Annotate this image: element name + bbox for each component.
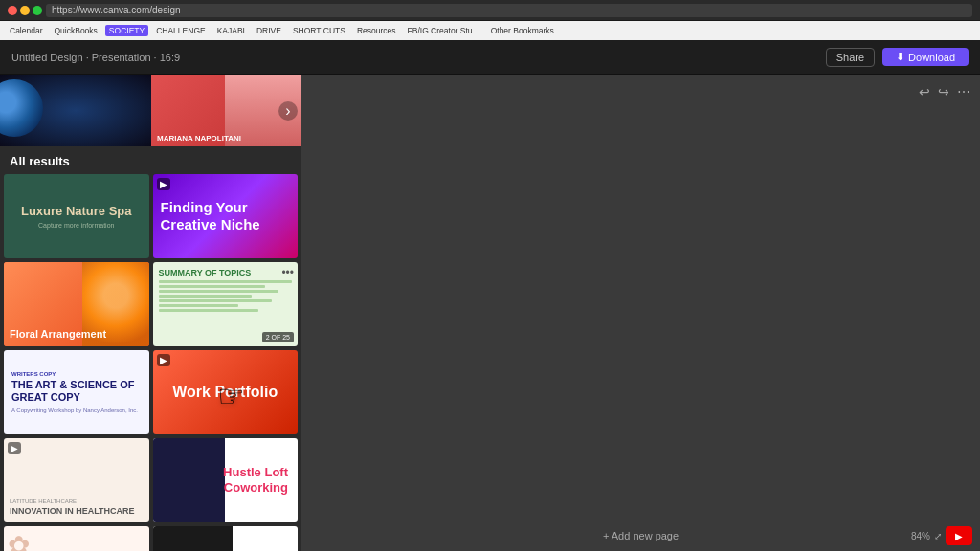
summary-lines: [159, 280, 293, 312]
bookmark-drive[interactable]: DRIVE: [253, 25, 285, 36]
thumb-art-science-pretitle: WRITERS COPY: [11, 371, 142, 377]
main-layout: MARIANA NAPOLITANI › All results Luxure …: [0, 75, 980, 551]
window-controls: [8, 6, 42, 15]
url-bar[interactable]: https://www.canva.com/design: [46, 4, 972, 17]
canvas-empty-state: [311, 99, 970, 530]
thumb-finding-title: Finding Your Creative Niche: [161, 199, 291, 233]
share-button[interactable]: Share: [826, 48, 875, 67]
play-icon-2: ▶: [157, 354, 170, 366]
minimize-btn[interactable]: [20, 6, 30, 15]
thumb-floral[interactable]: Floral Arrangement: [4, 262, 149, 346]
breadcrumb: Untitled Design · Presentation · 16:9: [11, 52, 818, 63]
thumb-innovation[interactable]: ▶ LATITUDE HEALTHCARE INNOVATION IN HEAL…: [4, 438, 149, 522]
results-header: All results: [0, 146, 301, 174]
person-name: MARIANA NAPOLITANI: [157, 134, 296, 143]
thumb-art-science-sub: A Copywriting Workshop by Nancy Anderson…: [11, 408, 142, 413]
thumb-hustle[interactable]: Hustle Loft Coworking: [153, 438, 299, 522]
canvas-area: ↩ ↪ ⋯ + Add new page 84% ⤢ ▶: [301, 75, 980, 551]
play-icon: ▶: [157, 178, 170, 190]
app-header: Untitled Design · Presentation · 16:9 Sh…: [0, 40, 980, 75]
left-panel: MARIANA NAPOLITANI › All results Luxure …: [0, 75, 301, 551]
redo-button[interactable]: ↪: [938, 84, 949, 99]
bookmark-shortcuts[interactable]: SHORT CUTS: [289, 25, 349, 36]
bookmarks-bar: Calendar QuickBooks SOCIETY CHALLENGE KA…: [0, 21, 980, 40]
maximize-btn[interactable]: [33, 6, 42, 15]
thumb-hustle-title: Hustle Loft Coworking: [159, 465, 293, 495]
thumb-portfolio[interactable]: ▶ Work Portfolio ☞: [153, 350, 299, 434]
hero-area: MARIANA NAPOLITANI ›: [0, 75, 301, 146]
thumb-art-science[interactable]: WRITERS COPY THE ART & SCIENCE OF GREAT …: [4, 350, 149, 434]
thumb-innovation-pre: LATITUDE HEALTHCARE: [10, 498, 144, 504]
thumb-portfolio-title: Work Portfolio: [172, 383, 278, 403]
thumb-innovation-title: INNOVATION IN HEALTHCARE: [10, 506, 144, 517]
canvas-footer: + Add new page: [311, 530, 970, 541]
thumb-summary-title: SUMMARY OF TOPICS: [159, 268, 293, 277]
bookmark-society[interactable]: SOCIETY: [105, 25, 148, 36]
thumb-summary[interactable]: ••• SUMMARY OF TOPICS 2 OF 25: [153, 262, 299, 346]
bookmark-kajabi[interactable]: KAJABI: [213, 25, 249, 36]
undo-button[interactable]: ↩: [919, 84, 930, 99]
bookmark-resources[interactable]: Resources: [353, 25, 400, 36]
more-options-button[interactable]: ⋯: [957, 84, 970, 99]
browser-chrome: https://www.canva.com/design: [0, 0, 980, 21]
page-badge: 2 OF 25: [262, 332, 294, 342]
youtube-icon: ▶: [955, 531, 963, 541]
thumb-nature-spa[interactable]: Luxure Nature Spa Capture more informati…: [4, 174, 149, 258]
bookmark-other[interactable]: Other Bookmarks: [487, 25, 558, 36]
bookmark-quickbooks[interactable]: QuickBooks: [51, 25, 101, 36]
earth-graphic: [0, 79, 43, 137]
thumb-project-poetry[interactable]: ✿ PROJECT POETRY: [4, 526, 149, 551]
play-icon-3: ▶: [8, 442, 21, 454]
thumb-finding[interactable]: ▶ Finding Your Creative Niche: [153, 174, 299, 258]
thumb-art-science-title: THE ART & SCIENCE OF GREAT COPY: [11, 379, 142, 404]
thumbnails-grid: Luxure Nature Spa Capture more informati…: [0, 174, 301, 551]
thumb-floral-title: Floral Arrangement: [10, 328, 144, 341]
download-icon: ⬇: [896, 51, 904, 63]
youtube-button[interactable]: ▶: [946, 526, 972, 545]
flower-decoration: ✿: [8, 530, 30, 551]
canvas-toolbar: ↩ ↪ ⋯: [919, 84, 970, 99]
bookmark-challenge[interactable]: CHALLENGE: [152, 25, 210, 36]
expand-icon[interactable]: ⤢: [934, 531, 942, 541]
add-page-button[interactable]: + Add new page: [603, 530, 679, 541]
bookmark-fbig[interactable]: FB/IG Creator Stu...: [404, 25, 483, 36]
bookmark-calendar[interactable]: Calendar: [6, 25, 47, 36]
header-actions: Share ⬇ Download: [826, 48, 969, 67]
thumb-minimalist[interactable]: Introduction to Minimalist Design: [153, 526, 299, 551]
thumb-nature-spa-title: Luxure Nature Spa: [21, 204, 132, 219]
close-btn[interactable]: [8, 6, 17, 15]
hero-left-image: [0, 75, 151, 146]
download-button[interactable]: ⬇ Download: [882, 48, 969, 66]
nav-next-arrow[interactable]: ›: [278, 101, 298, 121]
zoom-level: 84% ⤢: [911, 531, 942, 541]
more-options-icon[interactable]: •••: [281, 266, 294, 279]
thumb-nature-spa-subtitle: Capture more information: [38, 222, 114, 229]
